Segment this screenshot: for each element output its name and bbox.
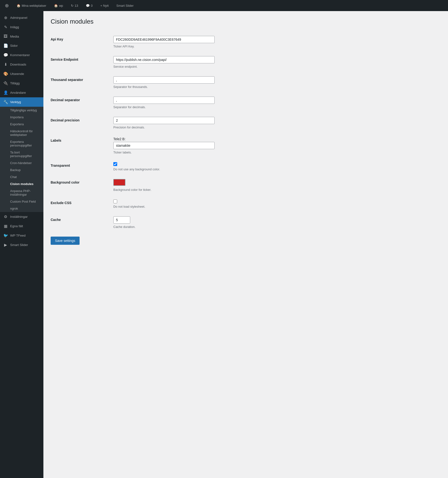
site-button[interactable]: 🏠 wp [52, 0, 65, 11]
submenu-item-halsokontroll[interactable]: Hälsokontroll för webbplatser [0, 128, 43, 138]
verktyg-submenu: Tillgängliga verktyg Importera Exportera… [0, 107, 43, 212]
submenu-item-importera[interactable]: Importera [0, 114, 43, 121]
verktyg-icon: 🔧 [3, 100, 8, 104]
sidebar-item-installningar[interactable]: ⚙ Inställningar [0, 212, 43, 221]
labels-description: Ticker labels. [113, 151, 441, 154]
thousand-separator-description: Separator for thousands. [113, 85, 441, 89]
decimal-precision-description: Precision for decimals. [113, 126, 441, 129]
sidebar-item-verktyg[interactable]: 🔧 Verktyg [0, 97, 43, 107]
background-color-swatch[interactable] [113, 179, 125, 186]
my-sites-button[interactable]: 🏠 Mina webbplatser [15, 0, 48, 11]
downloads-label: Downloads [10, 63, 26, 66]
decimal-precision-row: Decimal precision Precision for decimals… [51, 113, 441, 133]
background-color-row: Background color Background color for ti… [51, 175, 441, 196]
submenu-item-anpassa-php[interactable]: Anpassa PHP-inställningar [0, 187, 43, 198]
transparent-label: Transparent [51, 158, 113, 175]
smart-slider-bar-label: Smart Slider [116, 4, 134, 7]
submenu-item-chat[interactable]: Chat [0, 173, 43, 180]
smart-slider-label: Smart Slider [10, 243, 28, 247]
tillagg-label: Tillägg [10, 81, 20, 85]
comments-icon: 💬 [86, 4, 90, 7]
submenu-item-exportera[interactable]: Exportera [0, 121, 43, 128]
submenu-item-tillgangliga[interactable]: Tillgängliga verktyg [0, 107, 43, 114]
api-key-description: Ticker API Key. [113, 45, 441, 48]
sidebar-item-sidor[interactable]: 📄 Sidor [0, 41, 43, 50]
sidebar-item-downloads[interactable]: ⬇ Downloads [0, 60, 43, 69]
submenu-item-cron[interactable]: Cron-händelser [0, 159, 43, 166]
cache-cell: Cache duration. [113, 212, 441, 233]
page-title: Cision modules [51, 18, 441, 25]
settings-form: Api Key Ticker API Key. Service Endpoint… [51, 32, 441, 233]
smart-slider-bar-button[interactable]: Smart Slider [115, 0, 136, 11]
sidebar-item-adminpanel[interactable]: ⊕ Adminpanel [0, 13, 43, 22]
comments-count: 0 [91, 4, 93, 7]
thousand-separator-row: Thousand separator Separator for thousan… [51, 73, 441, 93]
thousand-separator-cell: Separator for thousands. [113, 73, 441, 93]
labels-input[interactable] [113, 142, 215, 149]
decimal-separator-description: Separator for decimals. [113, 105, 441, 109]
sidebar-item-media[interactable]: 🖼 Media [0, 32, 43, 41]
sidor-icon: 📄 [3, 43, 8, 48]
installningar-icon: ⚙ [3, 214, 8, 219]
submenu-item-backup[interactable]: Backup [0, 166, 43, 173]
admin-bar: ⊕ 🏠 Mina webbplatser 🏠 wp ↻ 13 💬 0 + Nyt… [0, 0, 448, 11]
exclude-css-label: Exclude CSS [51, 196, 113, 212]
sidebar-item-kommentarer[interactable]: 💬 Kommentarer [0, 50, 43, 60]
thousand-separator-input[interactable] [113, 76, 215, 84]
smart-slider-icon: ▶ [3, 243, 8, 247]
submenu-item-custom-post-field[interactable]: Custom Post Field [0, 198, 43, 205]
background-color-label: Background color [51, 175, 113, 196]
comments-button[interactable]: 💬 0 [84, 0, 95, 11]
exclude-css-checkbox[interactable] [113, 199, 117, 203]
inlagg-label: Inlägg [10, 25, 19, 29]
exclude-css-description: Do not load stylesheet. [113, 205, 441, 208]
decimal-separator-label: Decimal separator [51, 93, 113, 113]
new-content-label: + Nytt [100, 4, 109, 7]
kommentarer-label: Kommentarer [10, 53, 30, 57]
thousand-separator-label: Thousand separator [51, 73, 113, 93]
site-icon: 🏠 [54, 4, 58, 7]
submenu-item-exportera-person[interactable]: Exportera personuppgifter [0, 138, 43, 149]
labels-prefix: Tele2 B: [113, 137, 441, 141]
labels-cell: Tele2 B: Ticker labels. [113, 133, 441, 158]
decimal-separator-input[interactable] [113, 97, 215, 104]
sidebar-item-egna-falt[interactable]: ▦ Egna fält [0, 221, 43, 231]
save-settings-button[interactable]: Save settings [51, 237, 80, 245]
site-label: wp [59, 4, 63, 7]
utseende-label: Utseende [10, 72, 24, 76]
cache-input[interactable] [113, 216, 130, 224]
api-key-input[interactable] [113, 36, 215, 43]
egna-falt-icon: ▦ [3, 224, 8, 228]
sidebar-item-utseende[interactable]: 🎨 Utseende [0, 69, 43, 79]
transparent-checkbox-wrap [113, 162, 441, 166]
wp-tfeed-label: WP TFeed [10, 234, 26, 237]
exclude-css-row: Exclude CSS Do not load stylesheet. [51, 196, 441, 212]
decimal-separator-cell: Separator for decimals. [113, 93, 441, 113]
adminpanel-label: Adminpanel [10, 16, 27, 20]
updates-button[interactable]: ↻ 13 [69, 0, 80, 11]
kommentarer-icon: 💬 [3, 53, 8, 57]
wp-logo-button[interactable]: ⊕ [3, 0, 11, 11]
transparent-row: Transparent Do not use any background co… [51, 158, 441, 175]
anvandare-icon: 👤 [3, 90, 8, 95]
submenu-item-cision-modules[interactable]: Cision modules [0, 180, 43, 187]
media-icon: 🖼 [3, 34, 8, 39]
transparent-checkbox[interactable] [113, 162, 117, 166]
submenu-item-ngrok[interactable]: ngrok [0, 205, 43, 212]
sidebar-item-anvandare[interactable]: 👤 Användare [0, 88, 43, 97]
sidebar-item-smart-slider[interactable]: ▶ Smart Slider [0, 240, 43, 250]
service-endpoint-input[interactable] [113, 56, 215, 63]
wp-logo-icon: ⊕ [5, 3, 9, 8]
decimal-precision-label: Decimal precision [51, 113, 113, 133]
sidebar-item-wp-tfeed[interactable]: 🐦 WP TFeed [0, 231, 43, 240]
submenu-item-ta-bort[interactable]: Ta bort personuppgifter [0, 149, 43, 159]
sidebar-item-tillagg[interactable]: 🔌 Tillägg [0, 79, 43, 88]
api-key-cell: Ticker API Key. [113, 32, 441, 52]
decimal-precision-input[interactable] [113, 117, 215, 124]
exclude-css-checkbox-wrap [113, 199, 441, 203]
sidebar-item-inlagg[interactable]: ✎ Inlägg [0, 22, 43, 32]
updates-count: 13 [75, 4, 78, 7]
new-content-button[interactable]: + Nytt [98, 0, 110, 11]
cache-row: Cache Cache duration. [51, 212, 441, 233]
api-key-label: Api Key [51, 32, 113, 52]
